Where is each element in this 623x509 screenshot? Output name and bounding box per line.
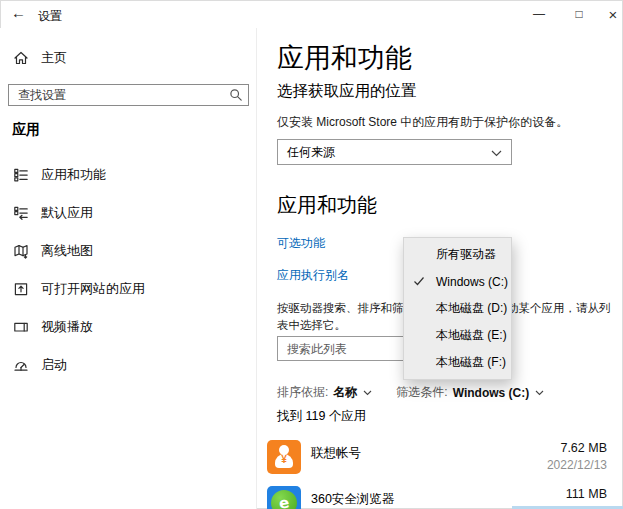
sort-by-value: 名称 bbox=[333, 384, 357, 401]
back-arrow-icon: ← bbox=[11, 4, 26, 21]
filter-by-value: Windows (C:) bbox=[453, 386, 530, 400]
store-note-text: 仅安装 Microsoft Store 中的应用有助于保护你的设备。 bbox=[277, 114, 568, 131]
menu-item-label: 本地磁盘 (F:) bbox=[436, 354, 506, 371]
sidebar-item-apps-features[interactable]: 应用和功能 bbox=[0, 156, 256, 194]
filter-by-label: 筛选条件: bbox=[396, 384, 447, 401]
default-apps-icon bbox=[13, 205, 29, 221]
sidebar-item-video-playback[interactable]: 视频播放 bbox=[0, 308, 256, 346]
menu-item-local-disk-f[interactable]: 本地磁盘 (F:) bbox=[404, 349, 511, 376]
check-icon bbox=[413, 275, 425, 290]
maximize-button[interactable]: □ bbox=[562, 0, 596, 28]
filter-by-dropdown[interactable]: 筛选条件: Windows (C:) bbox=[396, 384, 544, 401]
menu-item-local-disk-d[interactable]: 本地磁盘 (D:) bbox=[404, 295, 511, 322]
app-install-date: 2022/12/13 bbox=[547, 458, 607, 472]
offline-maps-icon bbox=[13, 243, 29, 259]
menu-item-label: Windows (C:) bbox=[436, 275, 508, 289]
sidebar-item-label: 视频播放 bbox=[41, 318, 93, 336]
app-name: 360安全浏览器 bbox=[311, 491, 394, 508]
optional-features-link[interactable]: 可选功能 bbox=[277, 235, 325, 252]
sidebar-item-startup[interactable]: 启动 bbox=[0, 346, 256, 384]
sidebar-item-apps-for-websites[interactable]: 可打开网站的应用 bbox=[0, 270, 256, 308]
window-title: 设置 bbox=[38, 8, 62, 25]
app-execution-aliases-link[interactable]: 应用执行别名 bbox=[277, 267, 349, 284]
sort-filter-row: 排序依据: 名称 筛选条件: Windows (C:) bbox=[277, 384, 544, 401]
sort-by-label: 排序依据: bbox=[277, 384, 328, 401]
app-row-lenovo-id[interactable]: ¥ 联想帐号 7.62 MB 2022/12/13 bbox=[256, 436, 623, 482]
sidebar-item-label: 默认应用 bbox=[41, 204, 93, 222]
letter-e-glyph: e bbox=[278, 493, 291, 509]
app-size: 7.62 MB bbox=[560, 441, 607, 455]
back-button[interactable]: ← bbox=[11, 4, 26, 21]
startup-icon bbox=[13, 357, 29, 373]
apps-features-icon bbox=[13, 167, 29, 183]
settings-window: { "titlebar": { "back_icon": "←", "title… bbox=[0, 0, 623, 509]
sidebar-item-label: 离线地图 bbox=[41, 242, 93, 260]
chevron-down-icon bbox=[363, 390, 372, 396]
menu-item-label: 本地磁盘 (E:) bbox=[436, 327, 507, 344]
video-playback-icon bbox=[13, 319, 29, 335]
menu-item-local-disk-e[interactable]: 本地磁盘 (E:) bbox=[404, 322, 511, 349]
sort-by-dropdown[interactable]: 排序依据: 名称 bbox=[277, 384, 372, 401]
chevron-down-icon bbox=[491, 143, 502, 161]
menu-item-label: 所有驱动器 bbox=[436, 246, 496, 263]
menu-item-all-drives[interactable]: 所有驱动器 bbox=[404, 241, 511, 268]
sidebar-home-label: 主页 bbox=[41, 49, 67, 67]
sidebar-nav: 应用和功能 默认应用 离线地图 可打开网站的应用 视频播放 bbox=[0, 156, 256, 384]
menu-item-label: 本地磁盘 (D:) bbox=[436, 300, 507, 317]
app-count-text: 找到 119 个应用 bbox=[277, 408, 366, 425]
chevron-down-icon bbox=[535, 390, 544, 396]
sidebar: 主页 应用 应用和功能 默认应用 离线地图 bbox=[0, 28, 257, 509]
page-title: 应用和功能 bbox=[277, 40, 412, 76]
lenovo-id-app-icon: ¥ bbox=[267, 440, 301, 474]
apps-for-websites-icon bbox=[13, 281, 29, 297]
settings-search-input[interactable] bbox=[16, 87, 228, 103]
menu-item-windows-c[interactable]: Windows (C:) bbox=[404, 268, 511, 295]
sidebar-item-label: 应用和功能 bbox=[41, 166, 106, 184]
minimize-button[interactable]: — bbox=[522, 0, 556, 28]
sidebar-item-default-apps[interactable]: 默认应用 bbox=[0, 194, 256, 232]
app-row-360-browser[interactable]: e 360安全浏览器 111 MB 2022/12/13 bbox=[256, 482, 623, 509]
sidebar-item-label: 启动 bbox=[41, 356, 67, 374]
yen-glyph: ¥ bbox=[267, 454, 301, 465]
drive-filter-menu: 所有驱动器 Windows (C:) 本地磁盘 (D:) 本地磁盘 (E:) 本… bbox=[403, 237, 512, 380]
search-icon[interactable] bbox=[228, 87, 244, 103]
close-button[interactable]: × bbox=[596, 0, 623, 28]
home-icon bbox=[13, 50, 29, 66]
settings-search-box[interactable] bbox=[8, 84, 249, 106]
app-size: 111 MB bbox=[566, 487, 607, 501]
choose-source-subtitle: 选择获取应用的位置 bbox=[277, 81, 417, 102]
app-name: 联想帐号 bbox=[311, 445, 361, 462]
sidebar-section-apps: 应用 bbox=[12, 121, 40, 139]
titlebar: ← 设置 — □ × bbox=[0, 0, 623, 28]
sidebar-item-home[interactable]: 主页 bbox=[0, 46, 67, 70]
globe-shape: e bbox=[271, 490, 297, 509]
app-source-select-value: 任何来源 bbox=[287, 144, 335, 161]
apps-features-section-title: 应用和功能 bbox=[277, 192, 377, 219]
sidebar-item-label: 可打开网站的应用 bbox=[41, 280, 145, 298]
sidebar-item-offline-maps[interactable]: 离线地图 bbox=[0, 232, 256, 270]
360-browser-app-icon: e bbox=[267, 486, 301, 509]
app-source-select[interactable]: 任何来源 bbox=[277, 139, 512, 165]
